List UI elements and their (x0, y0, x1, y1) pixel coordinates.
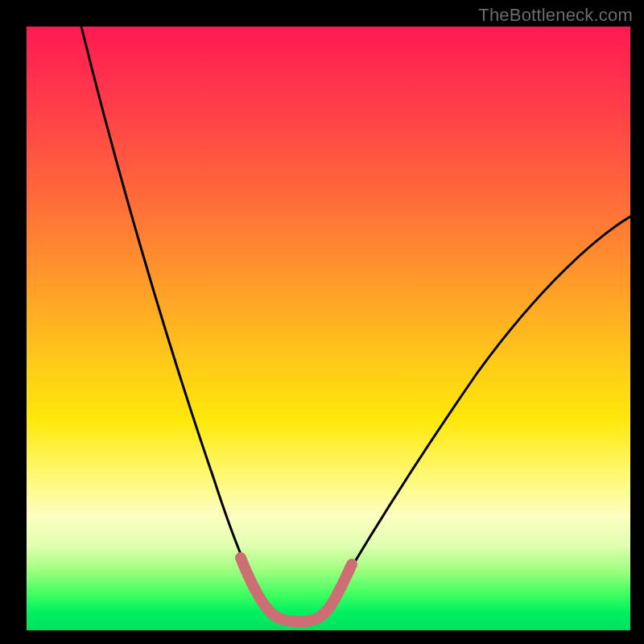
watermark-label: TheBottleneck.com (478, 5, 633, 26)
chart-svg (27, 27, 630, 630)
bottleneck-curve (81, 27, 630, 620)
chart-frame: TheBottleneck.com (0, 0, 644, 644)
chart-plot-area (27, 27, 630, 630)
highlight-segment (241, 558, 352, 621)
